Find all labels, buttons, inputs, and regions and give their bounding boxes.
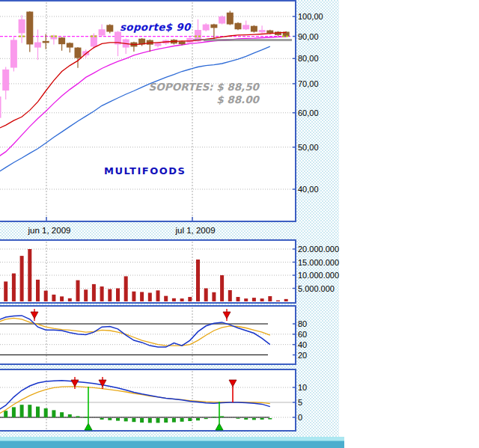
price-tick-label: 60,00 xyxy=(298,108,319,117)
volume-bar xyxy=(212,292,216,302)
macd-tick-label: 5 xyxy=(298,398,302,407)
macd-histogram-bar xyxy=(196,418,200,420)
macd-histogram-bar xyxy=(60,412,64,417)
volume-bar xyxy=(92,284,96,302)
volume-bar xyxy=(188,297,192,302)
volume-bar xyxy=(52,295,55,302)
candle-body xyxy=(0,96,1,118)
macd-histogram-bar xyxy=(156,418,160,423)
volume-bar xyxy=(220,275,224,302)
macd-histogram-bar xyxy=(124,418,128,421)
price-tick-label: 40,00 xyxy=(298,185,319,194)
candle-body xyxy=(219,16,225,24)
price-tick-label: 50,00 xyxy=(298,143,319,152)
candle-body xyxy=(155,43,162,46)
oscillator-tick-label: 60 xyxy=(298,330,307,339)
macd-histogram-bar xyxy=(237,418,240,419)
macd-histogram-bar xyxy=(212,417,216,417)
volume-bar xyxy=(12,274,16,302)
chart-window: 100,0090,0080,0070,0060,0050,0040,0020.0… xyxy=(0,0,479,448)
volume-bar xyxy=(148,292,152,302)
volume-bar xyxy=(76,280,80,302)
volume-bar xyxy=(44,291,48,302)
candle-body xyxy=(58,37,65,44)
supports-note-line2: $ 88.00 xyxy=(216,93,260,105)
bottom-scroll-bar xyxy=(0,441,344,448)
macd-histogram-bar xyxy=(244,418,248,420)
date-axis-label: jun 1, 2009 xyxy=(28,226,71,235)
volume-bar xyxy=(84,289,88,302)
macd-histogram-bar xyxy=(84,417,88,418)
volume-bar xyxy=(268,296,272,302)
price-tick-label: 100,00 xyxy=(298,12,323,21)
candle-body xyxy=(227,13,234,25)
macd-histogram-bar xyxy=(108,418,112,420)
volume-bar xyxy=(124,276,128,302)
volume-bar xyxy=(4,281,7,302)
stock-chart: 100,0090,0080,0070,0060,0050,0040,0020.0… xyxy=(0,0,479,448)
candle-body xyxy=(10,40,17,67)
volume-bar xyxy=(237,297,240,302)
candle-body xyxy=(67,43,73,47)
price-tick-label: 90,00 xyxy=(298,32,319,41)
macd-histogram-bar xyxy=(268,418,272,420)
ticker-label: MULTIFOODS xyxy=(104,165,186,177)
candle-body xyxy=(179,41,186,44)
macd-histogram-bar xyxy=(52,410,55,417)
macd-histogram-bar xyxy=(188,418,192,421)
volume-bar xyxy=(100,286,104,302)
support-90-note: soporte$ 90 xyxy=(120,21,192,33)
macd-histogram-bar xyxy=(252,418,256,420)
macd-tick-label: 10 xyxy=(298,383,307,392)
volume-tick-label: 10.000.000 xyxy=(298,271,339,280)
candle-body xyxy=(75,48,82,58)
candle-body xyxy=(43,41,49,43)
price-tick-label: 70,00 xyxy=(298,79,319,88)
price-panel xyxy=(0,1,296,221)
volume-bar xyxy=(228,290,232,302)
date-axis-label: jul 1, 2009 xyxy=(174,226,215,235)
macd-histogram-bar xyxy=(20,405,24,417)
macd-histogram-bar xyxy=(44,408,48,417)
candle-body xyxy=(235,23,242,29)
macd-histogram-bar xyxy=(76,416,80,417)
volume-bar xyxy=(28,249,31,302)
macd-histogram-bar xyxy=(68,414,72,417)
macd-histogram-bar xyxy=(172,418,176,423)
macd-tick-label: 0 xyxy=(298,413,302,422)
volume-bar xyxy=(20,256,24,302)
oscillator-tick-label: 20 xyxy=(298,351,307,360)
supports-note-line1: SOPORTES: $ 88,50 xyxy=(149,81,260,93)
volume-bar xyxy=(132,292,135,302)
volume-tick-label: 5.000.000 xyxy=(298,284,335,293)
volume-tick-label: 15.000.000 xyxy=(298,258,339,267)
candle-body xyxy=(34,43,41,48)
macd-histogram-bar xyxy=(36,407,40,417)
candle-body xyxy=(203,25,210,31)
macd-histogram-bar xyxy=(100,418,104,420)
candle-body xyxy=(251,26,257,32)
candle-body xyxy=(242,25,249,29)
oscillator-tick-label: 80 xyxy=(298,319,307,328)
macd-histogram-bar xyxy=(164,418,168,423)
candle-body xyxy=(19,19,25,34)
macd-histogram-bar xyxy=(116,418,120,421)
macd-histogram-bar xyxy=(28,405,31,417)
volume-bar xyxy=(140,292,144,302)
macd-histogram-bar xyxy=(204,418,208,419)
price-tick-label: 80,00 xyxy=(298,54,319,63)
volume-bar xyxy=(196,260,200,302)
macd-histogram-bar xyxy=(132,418,135,422)
macd-histogram-bar xyxy=(4,411,7,417)
macd-histogram-bar xyxy=(148,418,152,423)
candle-body xyxy=(210,25,217,28)
volume-bar xyxy=(36,280,40,302)
macd-panel xyxy=(0,369,296,431)
volume-bar xyxy=(204,289,208,303)
candle-body xyxy=(106,25,113,31)
macd-histogram-bar xyxy=(140,418,144,423)
volume-bar xyxy=(156,290,160,302)
oscillator-panel xyxy=(0,306,296,364)
volume-bar xyxy=(116,289,120,303)
volume-tick-label: 20.000.000 xyxy=(298,245,339,254)
